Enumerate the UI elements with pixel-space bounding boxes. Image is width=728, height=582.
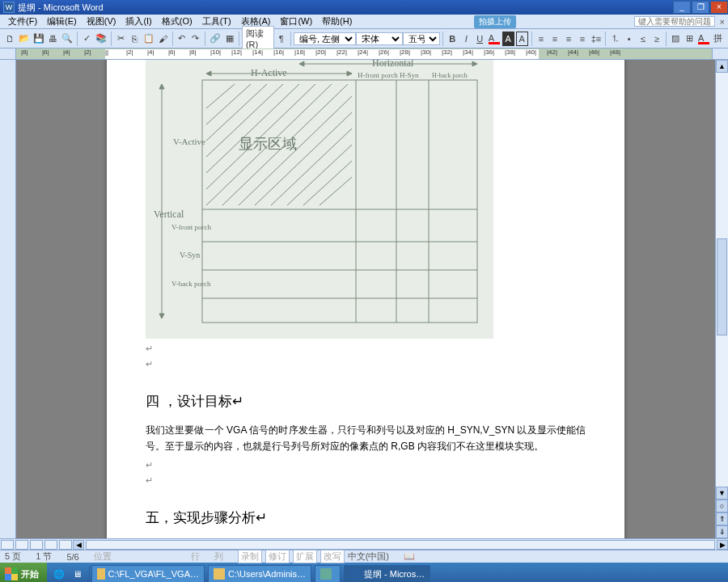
next-page-button[interactable]: ⇓: [716, 525, 728, 538]
vertical-ruler[interactable]: [0, 60, 16, 538]
close-button[interactable]: ×: [710, 1, 728, 14]
new-icon[interactable]: 🗋: [4, 32, 16, 46]
status-ext[interactable]: 扩展: [293, 550, 317, 563]
menu-format[interactable]: 格式(O): [157, 15, 197, 27]
align-left-icon[interactable]: ≡: [535, 32, 547, 46]
doc-close-button[interactable]: ×: [720, 17, 725, 27]
toolbar: 🗋 📂 💾 🖶 🔍 ✓ 📚 ✂ ⎘ 📋 🖌 ↶ ↷ 🔗 ▦ 阅读(R) ¶ 编号…: [0, 29, 728, 48]
body-paragraph-4[interactable]: 我们这里要做一个 VGA 信号的时序发生器，只行号和列号以及对应的 H_SYN,…: [146, 422, 586, 455]
ql-desktop-icon[interactable]: 🖥: [69, 566, 85, 582]
menu-tools[interactable]: 工具(T): [197, 15, 236, 27]
underline-button[interactable]: U: [474, 32, 486, 46]
scroll-thumb[interactable]: [717, 238, 727, 335]
sketch-hback-label: H-back porch: [432, 72, 468, 79]
document-scroll[interactable]: Horizontal H-Active H-front porch H-Syn …: [16, 60, 715, 538]
word-icon: [349, 568, 361, 580]
font-select[interactable]: 宋体: [356, 32, 403, 45]
redo-icon[interactable]: ↷: [189, 32, 201, 46]
scroll-down-button[interactable]: ▼: [716, 487, 728, 500]
hyperlink-icon[interactable]: 🔗: [209, 32, 222, 46]
increase-indent-icon[interactable]: ≥: [650, 32, 662, 46]
upload-button[interactable]: 拍摄上传: [474, 15, 516, 28]
font-color-button[interactable]: A: [488, 32, 501, 46]
highlight-icon[interactable]: ▨: [670, 32, 682, 46]
format-painter-icon[interactable]: 🖌: [157, 32, 169, 46]
italic-button[interactable]: I: [460, 32, 472, 46]
bullets-icon[interactable]: •: [623, 32, 635, 46]
heading-4[interactable]: 四 ，设计目标↵: [146, 392, 586, 411]
hscroll-right[interactable]: ▶: [717, 540, 728, 550]
cut-icon[interactable]: ✂: [115, 32, 127, 46]
menu-window[interactable]: 窗口(W): [275, 15, 317, 27]
size-select[interactable]: 五号: [403, 32, 440, 45]
paste-icon[interactable]: 📋: [142, 32, 155, 46]
scroll-track[interactable]: [716, 73, 728, 487]
sketch-hsync-label: H-Syn: [400, 71, 419, 79]
undo-icon[interactable]: ↶: [176, 32, 188, 46]
windows-flag-icon: [5, 567, 18, 580]
svg-line-20: [206, 84, 251, 124]
heading-5-title: 实现步骤分析: [173, 510, 256, 525]
status-rev[interactable]: 修订: [265, 550, 290, 563]
align-center-icon[interactable]: ≡: [548, 32, 561, 46]
spellcheck-icon[interactable]: ✓: [81, 32, 93, 46]
view-normal-button[interactable]: [1, 540, 14, 550]
heading-5[interactable]: 五，实现步骤分析↵: [146, 508, 586, 527]
folder-icon: [214, 568, 225, 580]
status-lang[interactable]: 中文(中国): [348, 550, 389, 563]
open-icon[interactable]: 📂: [18, 32, 31, 46]
menu-help[interactable]: 帮助(H): [317, 15, 357, 27]
start-button[interactable]: 开始: [0, 563, 47, 582]
taskbar-task-word[interactable]: 提纲 - Micros…: [344, 565, 430, 582]
taskbar-task-folder2[interactable]: C:\Users\Adminis…: [208, 565, 311, 582]
numbering-icon[interactable]: ⒈: [609, 32, 621, 46]
save-icon[interactable]: 💾: [32, 32, 45, 46]
status-pages: 5/6: [66, 552, 78, 562]
scroll-up-button[interactable]: ▲: [716, 60, 728, 73]
ruler-corner[interactable]: [0, 48, 16, 59]
help-search-input[interactable]: [634, 16, 715, 27]
reading-button[interactable]: 阅读(R): [242, 26, 274, 51]
horizontal-scrollbar[interactable]: [86, 540, 715, 550]
view-print-button[interactable]: [30, 540, 43, 550]
menu-view[interactable]: 视图(V): [82, 15, 121, 27]
view-reading-button[interactable]: [59, 540, 72, 550]
line-spacing-icon[interactable]: ‡≡: [590, 32, 602, 46]
char-shading-button[interactable]: A: [502, 32, 514, 46]
svg-marker-26: [347, 71, 352, 76]
view-web-button[interactable]: [15, 540, 28, 550]
minimize-button[interactable]: _: [673, 1, 691, 14]
copy-icon[interactable]: ⎘: [129, 32, 141, 46]
maximize-button[interactable]: ❐: [692, 1, 709, 14]
bold-button[interactable]: B: [447, 32, 459, 46]
menu-edit[interactable]: 编辑(E): [42, 15, 82, 27]
select-browse-object[interactable]: ○: [716, 500, 728, 512]
taskbar-task-unknown[interactable]: [315, 565, 341, 582]
menu-insert[interactable]: 插入(I): [121, 15, 156, 27]
font-color2-button[interactable]: A: [697, 32, 710, 46]
status-book-icon[interactable]: 📖: [404, 551, 415, 562]
view-outline-button[interactable]: [44, 540, 57, 550]
status-ovr[interactable]: 改写: [320, 550, 345, 563]
align-justify-icon[interactable]: ≡: [576, 32, 588, 46]
vertical-scrollbar[interactable]: ▲ ▼ ○ ⇑ ⇓: [715, 60, 728, 538]
print-icon[interactable]: 🖶: [47, 32, 59, 46]
show-marks-icon[interactable]: ¶: [275, 32, 287, 46]
research-icon[interactable]: 📚: [95, 32, 108, 46]
preview-icon[interactable]: 🔍: [61, 32, 74, 46]
phonetic-icon[interactable]: 拼: [712, 32, 724, 46]
taskbar-task-folder1[interactable]: C:\FL_VGA\FL_VGA…: [91, 565, 205, 582]
char-border-button[interactable]: A: [516, 32, 528, 46]
horizontal-ruler[interactable]: |8||6||4||2||||2||4||6||8||10||12||14||1…: [16, 48, 712, 59]
style-select[interactable]: 编号, 左侧: [294, 32, 356, 45]
prev-page-button[interactable]: ⇑: [716, 512, 728, 525]
border-icon[interactable]: ⊞: [684, 32, 696, 46]
align-right-icon[interactable]: ≡: [562, 32, 574, 46]
ql-browser-icon[interactable]: 🌐: [51, 566, 67, 582]
quick-launch: 🌐 🖥: [47, 566, 90, 582]
hscroll-left[interactable]: ◀: [73, 540, 84, 550]
decrease-indent-icon[interactable]: ≤: [637, 32, 649, 46]
table-icon[interactable]: ▦: [223, 32, 235, 46]
menu-file[interactable]: 文件(F): [3, 15, 42, 27]
status-rec[interactable]: 录制: [238, 550, 262, 563]
